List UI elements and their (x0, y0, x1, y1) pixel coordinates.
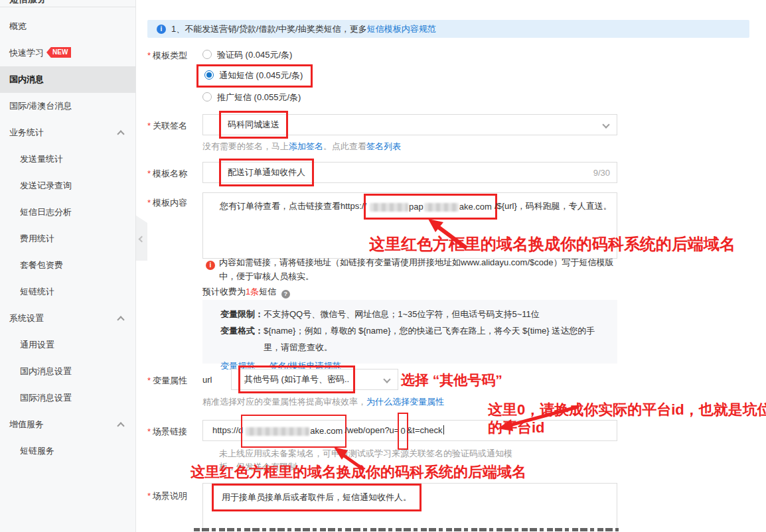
sidebar-item-intl-msg-settings[interactable]: 国际消息设置 (0, 385, 135, 411)
variable-name: url (202, 375, 212, 385)
sidebar-item-fee-stats[interactable]: 费用统计 (0, 226, 135, 252)
sidebar-item-shortlink-service[interactable]: 短链服务 (0, 438, 135, 464)
required-mark: * (147, 491, 151, 501)
link-note-line2: 中，便于审核人员核实。 (219, 271, 314, 283)
chevron-down-icon (602, 121, 609, 128)
sidebar-item-label: 国内消息 (9, 74, 44, 84)
helper-text: 精准选择对应的变量属性将提高审核效率， (202, 397, 366, 407)
link-note-line1: 内容如需链接，请将链接地址（如链接有变量请使用拼接地址如www.alidayu.… (219, 257, 613, 269)
url-text: /web/open?u= (345, 425, 399, 435)
annotation-platform-id: 这里0，请换成你实际的平台id，也就是坑位 的平台id (488, 401, 766, 436)
sidebar-item-label: 国际/港澳台消息 (9, 101, 72, 111)
sidebar-item-package-fee[interactable]: 套餐包资费 (0, 252, 135, 279)
variable-format-row: 变量格式：${name}；例如，尊敬的 ${name}，您的快递已飞奔在路上，将… (220, 322, 607, 356)
content-text: 您有订单待查看，点击链接查看https:// (220, 201, 366, 211)
text-cursor (443, 425, 444, 434)
radio-icon (202, 92, 212, 101)
chevron-up-icon (117, 316, 124, 323)
required-mark: * (147, 168, 151, 178)
sidebar-group-label: 业务统计 (9, 127, 44, 137)
sidebar-group-label: 系统设置 (9, 313, 44, 323)
content-text: pap (409, 202, 423, 212)
label-text: 场景链接 (153, 427, 187, 436)
cut-off-text-row (194, 528, 619, 531)
scene-desc-textarea[interactable]: 用于接单员接单后或者取件后，短信通知收件人。 (202, 483, 617, 532)
annotation-content-domain: 这里红色方框里的域名换成你的码科系统的后端域名 (369, 233, 735, 255)
radio-option-verification-code[interactable]: 验证码 (0.045元/条) (202, 49, 292, 64)
sidebar-item-label: 国际消息设置 (20, 393, 72, 403)
variable-attr-value: 其他号码 (如订单号、密码.. (244, 374, 349, 384)
redbox-content-domain: papake.com (364, 194, 497, 220)
variable-attr-select[interactable]: 其他号码 (如订单号、密码.. (231, 369, 398, 390)
sidebar-item-quick-learn[interactable]: 快速学习NEW (0, 40, 135, 66)
helper-text: 没有需要的签名，马上 (202, 141, 289, 151)
label-template-content: *模板内容 (147, 197, 187, 209)
label-text: 变量属性 (153, 375, 187, 385)
signature-helper: 没有需要的签名，马上添加签名。点此查看签名列表 (202, 141, 401, 153)
label-scene-desc: *场景说明 (147, 490, 187, 502)
scene-desc-value: 用于接单员接单后或者取件后，短信通知收件人。 (222, 492, 412, 502)
sidebar: 短信服务 概览 快速学习NEW 国内消息 国际/港澳台消息 业务统计 发送量统计… (0, 0, 136, 532)
sidebar-item-send-volume-stats[interactable]: 发送量统计 (0, 146, 135, 172)
redbox-variable-attr: 其他号码 (如订单号、密码.. (238, 366, 355, 393)
sidebar-item-intl-message[interactable]: 国际/港澳台消息 (0, 93, 135, 119)
sidebar-item-label: 套餐包资费 (20, 260, 63, 270)
banner-text: 1、不能发送营销/贷款/借款/中奖/抽奖类短信，更多 (171, 23, 367, 35)
annotation-scene-domain: 这里红色方框里的域名换成你的码科系统的后端域名 (191, 462, 526, 482)
sidebar-group-label: 增值服务 (9, 419, 44, 429)
label-text: 模板内容 (153, 198, 187, 208)
sidebar-item-sms-log-analysis[interactable]: 短信日志分析 (0, 199, 135, 226)
label-template-name: *模板名称 (147, 168, 187, 180)
redbox-notification-sms: 通知短信 (0.045元/条) (196, 64, 313, 88)
help-icon[interactable]: ? (281, 290, 290, 299)
label-text: 场景说明 (153, 491, 187, 501)
fee-estimate: 预计收费为1条短信 ? (202, 286, 290, 299)
redbox-template-name: 配送订单通知收件人 (219, 159, 314, 186)
why-variable-attr-link[interactable]: 为什么选择变量属性 (366, 397, 444, 407)
label-signature: *关联签名 (147, 120, 187, 132)
variable-limit-row: 变量限制：不支持QQ号、微信号、网址信息；1~35位字符，但电话号码支持5~11… (220, 306, 607, 322)
signature-list-link[interactable]: 签名列表 (366, 141, 401, 151)
variable-rules-box: 变量限制：不支持QQ号、微信号、网址信息；1~35位字符，但电话号码支持5~11… (202, 300, 617, 364)
censored-domain-part (424, 203, 459, 212)
radio-option-promo-sms[interactable]: 推广短信 (0.055元/条) (202, 92, 301, 106)
sidebar-group-business-stats[interactable]: 业务统计 (0, 119, 135, 146)
sidebar-group-value-added[interactable]: 增值服务 (0, 411, 135, 438)
new-badge: NEW (46, 47, 71, 58)
template-name-input[interactable]: 配送订单通知收件人 9/30 (202, 162, 617, 183)
censored-domain-part (246, 427, 309, 436)
sidebar-collapse-handle[interactable] (136, 216, 147, 261)
sidebar-item-shortlink-stats[interactable]: 短链统计 (0, 279, 135, 305)
sidebar-item-domestic-msg-settings[interactable]: 国内消息设置 (0, 358, 135, 385)
sidebar-item-label: 费用统计 (20, 233, 54, 243)
required-mark: * (147, 121, 151, 131)
signature-value: 码科同城速送 (228, 119, 279, 129)
variable-limit-label: 变量限制： (220, 306, 264, 322)
sidebar-item-general-settings[interactable]: 通用设置 (0, 332, 135, 358)
signature-select[interactable]: 码科同城速送 (202, 114, 617, 135)
fee-count: 1条 (246, 287, 259, 297)
banner-link-template-rules[interactable]: 短信模板内容规范 (367, 23, 436, 35)
url-text: https://d (212, 425, 243, 435)
fee-text: 预计收费为 (202, 287, 246, 297)
label-text: 关联签名 (153, 121, 187, 131)
platform-id-value: 0 (400, 426, 405, 436)
sidebar-item-send-record-query[interactable]: 发送记录查询 (0, 172, 135, 199)
radio-label: 验证码 (0.045元/条) (217, 50, 292, 60)
radio-option-notification-sms[interactable]: 通知短信 (0.045元/条) (202, 70, 313, 85)
sidebar-item-overview[interactable]: 概览 (0, 13, 135, 40)
sidebar-group-system-settings[interactable]: 系统设置 (0, 305, 135, 332)
sidebar-nav: 概览 快速学习NEW 国内消息 国际/港澳台消息 业务统计 发送量统计 发送记录… (0, 13, 135, 464)
radio-selected-icon (204, 70, 214, 80)
content-text: /${url}，码科跑腿，专人直送。 (495, 201, 612, 211)
redbox-scene-desc: 用于接单员接单后或者取件后，短信通知收件人。 (212, 484, 421, 511)
redbox-scene-domain: ake.com (241, 415, 346, 448)
annotation-select-other: 选择 “其他号码” (401, 371, 502, 389)
label-scene-link: *场景链接 (147, 426, 187, 438)
sms-template-create-page: 短信服务 概览 快速学习NEW 国内消息 国际/港澳台消息 业务统计 发送量统计… (0, 0, 766, 532)
warning-icon: i (206, 258, 215, 270)
label-text: 模板名称 (153, 168, 187, 178)
sidebar-item-domestic-message[interactable]: 国内消息 (0, 66, 135, 93)
sidebar-item-label: 概览 (9, 21, 27, 31)
add-signature-link[interactable]: 添加签名 (289, 141, 323, 151)
